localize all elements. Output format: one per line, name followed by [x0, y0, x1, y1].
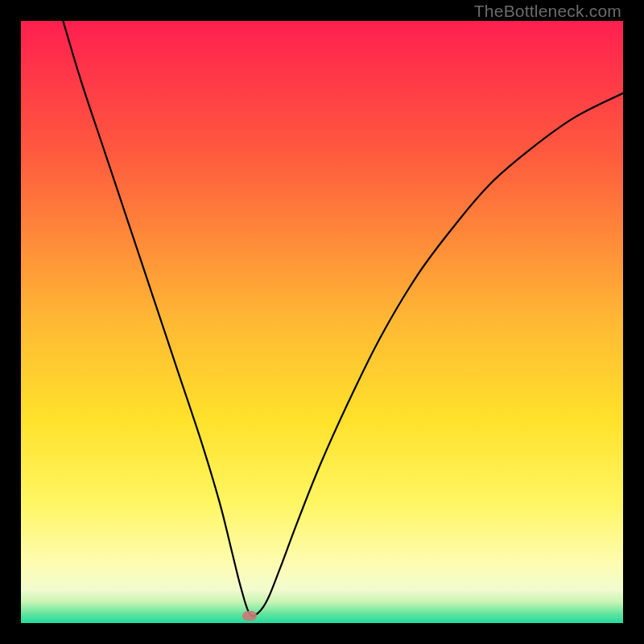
chart-frame: TheBottleneck.com — [0, 0, 644, 644]
plot-area — [21, 21, 623, 623]
bottleneck-curve — [21, 21, 623, 623]
minimum-marker — [242, 611, 257, 621]
watermark-text: TheBottleneck.com — [474, 2, 621, 21]
